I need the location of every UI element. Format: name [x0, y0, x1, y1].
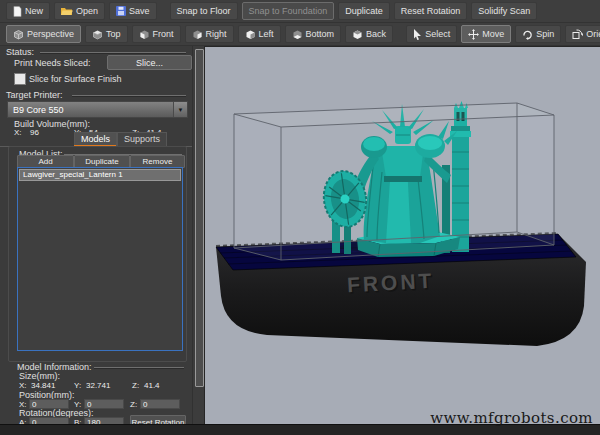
- view-front-button[interactable]: Front: [132, 25, 181, 43]
- slicer-application-window: New Open Save Snap to Floor Snap to Foun…: [0, 0, 600, 435]
- size-y-value: 32.741: [86, 381, 110, 390]
- size-z-label: Z:: [132, 381, 139, 390]
- viewport-3d[interactable]: ​FRONT FRONT: [204, 46, 600, 424]
- snap-to-floor-button[interactable]: Snap to Floor: [170, 2, 238, 20]
- file-toolbar: New Open Save Snap to Floor Snap to Foun…: [0, 0, 600, 23]
- view-right-button[interactable]: Right: [185, 25, 234, 43]
- model-list-item[interactable]: Lawgiver_special_Lantern 1: [19, 169, 181, 181]
- snap-to-foundation-button: Snap to Foundation: [242, 2, 335, 20]
- build-volume-x-label: X:: [14, 128, 22, 137]
- front-view-cube-icon: [139, 29, 150, 40]
- move-icon: [468, 29, 479, 40]
- panel-scrollbar[interactable]: [192, 46, 204, 424]
- right-view-cube-icon: [192, 29, 203, 40]
- print-needs-sliced-label: Print Needs Sliced:: [14, 58, 91, 68]
- perspective-cube-icon: [13, 29, 24, 40]
- status-divider: [40, 52, 186, 54]
- surface-finish-checkbox[interactable]: [14, 73, 26, 85]
- view-perspective-button[interactable]: Perspective: [6, 25, 81, 43]
- position-z-label: Z:: [130, 400, 137, 409]
- orient-tool-button[interactable]: Orient: [565, 25, 600, 43]
- solidify-scan-button[interactable]: Solidify Scan: [471, 2, 537, 20]
- platform-front-text: ​FRONT FRONT: [346, 269, 436, 298]
- tab-supports[interactable]: Supports: [117, 132, 167, 147]
- back-view-cube-icon: [352, 29, 363, 40]
- build-volume-wireframe: [234, 103, 554, 260]
- save-button-label: Save: [129, 6, 150, 16]
- bottom-view-cube-icon: [292, 29, 303, 40]
- left-view-cube-icon: [245, 29, 256, 40]
- duplicate-button[interactable]: Duplicate: [338, 2, 390, 20]
- size-z-value: 41.4: [144, 381, 160, 390]
- printer-dropdown[interactable]: B9 Core 550 ▼: [7, 101, 188, 118]
- view-left-button[interactable]: Left: [238, 25, 281, 43]
- orient-icon: [572, 29, 583, 40]
- target-printer-divider: [72, 95, 186, 97]
- open-folder-icon: [61, 6, 73, 16]
- save-icon: [116, 6, 126, 16]
- view-back-button[interactable]: Back: [345, 25, 393, 43]
- model-list[interactable]: Lawgiver_special_Lantern 1: [17, 167, 183, 351]
- top-view-cube-icon: [92, 29, 103, 40]
- surface-finish-label: Slice for Surface Finish: [29, 74, 122, 84]
- model-info-divider: [94, 367, 184, 369]
- target-printer-label: Target Printer:: [6, 90, 63, 100]
- new-button[interactable]: New: [6, 2, 50, 20]
- scrollbar-thumb[interactable]: [195, 49, 204, 387]
- select-icon: [413, 29, 422, 40]
- view-bottom-button[interactable]: Bottom: [285, 25, 342, 43]
- save-button[interactable]: Save: [109, 2, 157, 20]
- size-x-value: 34.841: [31, 381, 55, 390]
- new-button-label: New: [25, 6, 43, 16]
- size-label: Size(mm):: [19, 371, 60, 381]
- dropdown-arrow-icon[interactable]: ▼: [173, 102, 187, 117]
- size-y-label: Y:: [74, 381, 81, 390]
- svg-text:FRONT: FRONT: [346, 269, 434, 297]
- size-x-label: X:: [19, 381, 27, 390]
- printer-dropdown-value: B9 Core 550: [8, 105, 173, 115]
- reset-rotation-toolbar-button[interactable]: Reset Rotation: [394, 2, 468, 20]
- settings-panel: Status: Print Needs Sliced: Slice... Sli…: [0, 46, 192, 424]
- viewport-scene: ​FRONT FRONT: [205, 47, 599, 423]
- select-tool-button[interactable]: Select: [406, 25, 457, 43]
- view-toolbar: Perspective Top Front Right Left: [0, 23, 600, 46]
- status-label: Status:: [6, 47, 34, 57]
- open-button-label: Open: [76, 6, 98, 16]
- spin-tool-button[interactable]: Spin: [515, 25, 561, 43]
- spin-icon: [522, 29, 533, 40]
- build-volume-x-value: 96: [30, 128, 39, 137]
- slice-button[interactable]: Slice...: [107, 55, 192, 70]
- move-tool-button[interactable]: Move: [461, 25, 511, 43]
- new-file-icon: [13, 6, 22, 17]
- open-button[interactable]: Open: [54, 2, 105, 20]
- position-z-field[interactable]: [140, 399, 180, 409]
- watermark-text: www.mfgrobots.com: [430, 409, 593, 427]
- view-top-button[interactable]: Top: [85, 25, 128, 43]
